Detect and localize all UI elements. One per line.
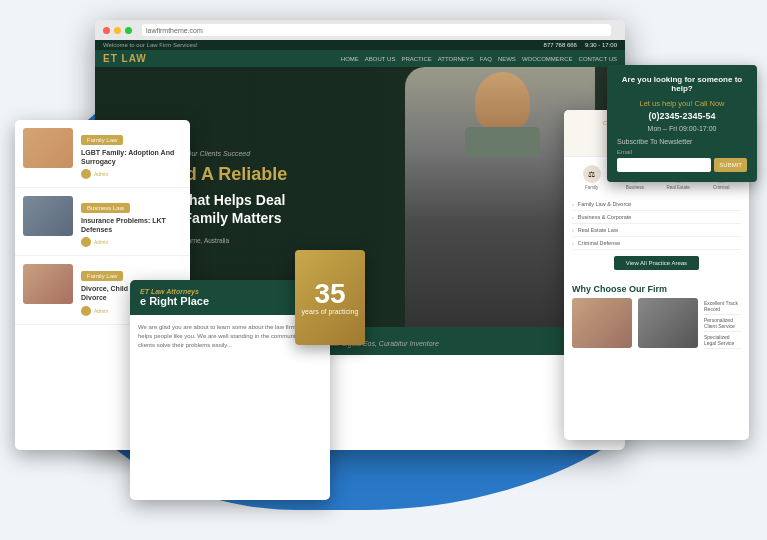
nav-practice[interactable]: PRACTICE (401, 56, 431, 62)
view-all-button[interactable]: View All Practice Areas (614, 256, 699, 270)
logo-text: LAW (122, 53, 147, 64)
realestate-label: Real Estate (666, 185, 689, 190)
choose-item-2: Personalized Client Service (704, 315, 741, 332)
nav-contact[interactable]: CONTACT US (579, 56, 617, 62)
author-avatar-3 (81, 306, 91, 316)
blog-image-2 (23, 196, 73, 236)
nav-news[interactable]: NEWS (498, 56, 516, 62)
nav-attorneys[interactable]: ATTORNEYS (438, 56, 474, 62)
business-law-label: Business (626, 185, 644, 190)
choose-items-list: Excellent Track Record Personalized Clie… (704, 298, 741, 349)
row-bullet-4: › (572, 240, 574, 246)
row-bullet-1: › (572, 201, 574, 207)
blog-title-1: LGBT Family: Adoption And Surrogacy (81, 148, 182, 166)
site-header: ET LAW HOME ABOUT US PRACTICE ATTORNEYS … (95, 50, 625, 67)
blog-author-1: Admin (81, 169, 182, 179)
family-law-label: Family (585, 185, 598, 190)
email-subscribe-row: SUBMIT (617, 158, 747, 172)
blog-tag-3: Family Law (81, 271, 123, 281)
logo-accent: ET (103, 53, 118, 64)
blog-item-1: Family Law LGBT Family: Adoption And Sur… (15, 120, 190, 188)
site-logo: ET LAW (103, 53, 147, 64)
sidebar-hours: Mon – Fri 09:00-17:00 (617, 125, 747, 132)
sidebar-phone: (0)2345-2345-54 (617, 111, 747, 121)
hours-text: 9:30 - 17:00 (585, 42, 617, 48)
minimize-dot (114, 27, 121, 34)
submit-button[interactable]: SUBMIT (714, 158, 747, 172)
practice-row-2: › Business & Corporate (572, 211, 741, 224)
practice-item-family: ⚖ Family (572, 165, 611, 190)
choose-image-2 (638, 298, 698, 348)
practice-row-label-3: Real Estate Law (578, 227, 618, 233)
author-name-3: Admin (94, 308, 108, 314)
nav-faq[interactable]: FAQ (480, 56, 492, 62)
choose-title: Why Choose Our Firm (572, 284, 741, 294)
row-bullet-2: › (572, 214, 574, 220)
maximize-dot (125, 27, 132, 34)
choose-section: Why Choose Our Firm Excellent Track Reco… (564, 276, 749, 357)
practice-row-label-2: Business & Corporate (578, 214, 632, 220)
author-name-2: Admin (94, 239, 108, 245)
years-text: years of practicing (302, 308, 359, 315)
panel-middle-title: e Right Place (140, 295, 320, 307)
author-name-1: Admin (94, 171, 108, 177)
close-dot (103, 27, 110, 34)
blog-text-2: Business Law Insurance Problems: LKT Def… (81, 196, 182, 247)
blog-image-3 (23, 264, 73, 304)
phone-number: 877 768 666 (544, 42, 577, 48)
main-navigation: HOME ABOUT US PRACTICE ATTORNEYS FAQ NEW… (341, 56, 617, 62)
choose-item-1: Excellent Track Record (704, 298, 741, 315)
contact-info: 877 768 666 9:30 - 17:00 (544, 42, 617, 48)
nav-about[interactable]: ABOUT US (365, 56, 396, 62)
practice-row-label-4: Criminal Defense (578, 240, 620, 246)
url-bar[interactable]: lawfirmtheme.com (142, 24, 611, 36)
choose-content-row: Excellent Track Record Personalized Clie… (572, 298, 741, 349)
browser-chrome: lawfirmtheme.com (95, 20, 625, 40)
blog-image-1 (23, 128, 73, 168)
site-top-bar: Welcome to our Law Firm Services! 877 76… (95, 40, 625, 50)
criminal-label: Criminal (713, 185, 730, 190)
choose-item-3: Specialized Legal Service (704, 332, 741, 349)
practice-row-4: › Criminal Defense (572, 237, 741, 250)
blog-title-2: Insurance Problems: LKT Defenses (81, 216, 182, 234)
row-bullet-3: › (572, 227, 574, 233)
sidebar-question: Are you looking for someone to help? (617, 75, 747, 93)
practice-row-label-1: Family Law & Divorce (578, 201, 631, 207)
author-avatar-1 (81, 169, 91, 179)
practice-rows-list: › Family Law & Divorce › Business & Corp… (564, 198, 749, 250)
blog-tag-2: Business Law (81, 203, 130, 213)
person-shoulders (465, 127, 540, 157)
sidebar-subscribe-label: Subscribe To Newsletter (617, 138, 747, 145)
author-avatar-2 (81, 237, 91, 247)
url-text: lawfirmtheme.com (146, 27, 203, 34)
choose-image-1 (572, 298, 632, 348)
sidebar-cta-text: Let us help you! Call Now (617, 99, 747, 108)
sidebar-panel: Are you looking for someone to help? Let… (607, 65, 757, 182)
email-input[interactable] (617, 158, 711, 172)
blog-tag-1: Family Law (81, 135, 123, 145)
nav-home[interactable]: HOME (341, 56, 359, 62)
years-badge: 35 years of practicing (295, 250, 365, 345)
family-law-icon: ⚖ (583, 165, 601, 183)
blog-item-2: Business Law Insurance Problems: LKT Def… (15, 188, 190, 256)
years-number: 35 (314, 280, 345, 308)
blog-text-1: Family Law LGBT Family: Adoption And Sur… (81, 128, 182, 179)
practice-row-3: › Real Estate Law (572, 224, 741, 237)
person-head (475, 72, 530, 132)
blog-author-2: Admin (81, 237, 182, 247)
panel-middle-subtitle: ET Law Attorneys (140, 288, 320, 295)
welcome-text: Welcome to our Law Firm Services! (103, 42, 198, 48)
practice-row-1: › Family Law & Divorce (572, 198, 741, 211)
nav-woocommerce[interactable]: WOOCOMMERCE (522, 56, 573, 62)
email-label: Email (617, 149, 747, 155)
